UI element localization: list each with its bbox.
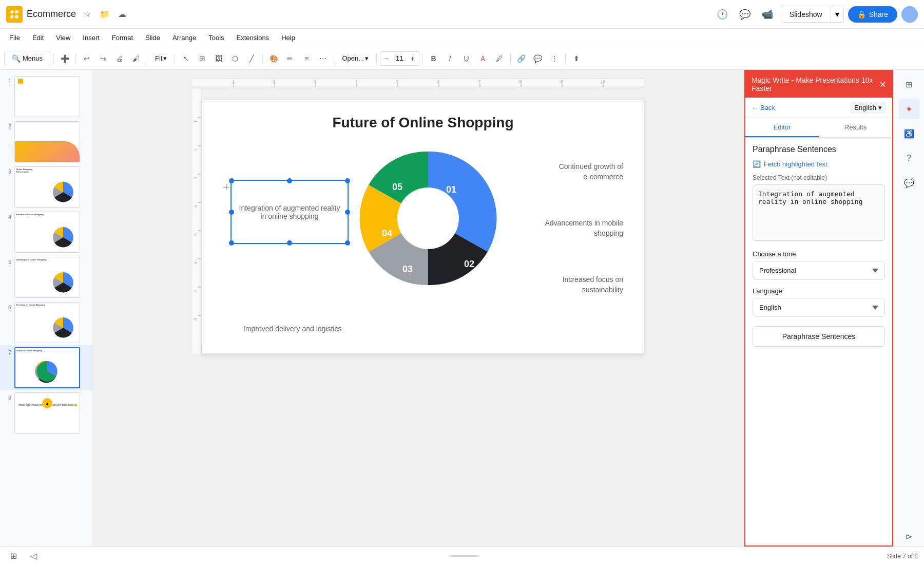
paraphrase-sentences-btn[interactable]: Paraphrase Sentences <box>753 326 885 347</box>
more-btn[interactable]: ⋮ <box>547 51 562 66</box>
slideshow-chevron[interactable]: ▾ <box>831 6 843 22</box>
slide-thumb-4[interactable]: 4 Benefits of Online Shopping <box>0 210 92 255</box>
comments-icon[interactable]: 💬 <box>736 5 754 24</box>
menu-file[interactable]: File <box>4 32 25 44</box>
slide-thumb-8[interactable]: 8 Thank you. Please feel free to ask any… <box>0 390 92 436</box>
slide-thumb-5[interactable]: 5 Challenges of Online Shopping <box>0 255 92 300</box>
cloud-icon[interactable]: ☁ <box>115 7 129 22</box>
slide-canvas: Future of Online Shopping <box>202 100 644 354</box>
handle-top-right[interactable] <box>345 178 350 183</box>
lock-icon: 🔒 <box>857 10 866 18</box>
selected-text-area[interactable] <box>753 184 885 241</box>
undo-btn[interactable]: ↩ <box>79 51 94 66</box>
align-up-btn[interactable]: ⬆ <box>569 51 584 66</box>
svg-text:7: 7 <box>194 290 198 292</box>
font-color-btn[interactable]: A <box>475 51 491 66</box>
font-size-value[interactable]: 11 <box>393 54 406 62</box>
tab-editor[interactable]: Editor <box>745 118 819 137</box>
sidebar-icon-expand[interactable]: ⊞ <box>899 74 919 95</box>
line-btn[interactable]: ╱ <box>244 51 259 66</box>
folder-icon[interactable]: 📁 <box>98 7 112 22</box>
slide-thumb-3[interactable]: 3 Online ShoppingPresentations <box>0 164 92 210</box>
handle-bottom[interactable] <box>287 240 292 246</box>
fill-color-btn[interactable]: 🎨 <box>266 51 281 66</box>
comment-btn[interactable]: 💬 <box>530 51 546 66</box>
menu-format[interactable]: Format <box>107 32 138 44</box>
line-weight-btn[interactable]: ≡ <box>299 51 314 66</box>
font-size-decrease-btn[interactable]: − <box>380 52 393 65</box>
print-btn[interactable]: 🖨 <box>112 51 127 66</box>
magic-write-title: Magic Write - Make Presentations 10x Fas… <box>752 76 879 92</box>
sidebar-icon-chat[interactable]: 💬 <box>899 173 919 193</box>
handle-left[interactable] <box>229 210 234 215</box>
sidebar-icon-magic[interactable]: ✦ <box>899 99 919 119</box>
menu-slide[interactable]: Slide <box>140 32 165 44</box>
slide-thumb-7[interactable]: 7 Future of Online Shopping <box>0 345 92 390</box>
redo-btn[interactable]: ↪ <box>95 51 111 66</box>
shape-btn[interactable]: ⬡ <box>227 51 243 66</box>
menu-help[interactable]: Help <box>276 32 300 44</box>
svg-text:10: 10 <box>601 79 605 84</box>
slide-num-5: 5 <box>4 257 11 265</box>
grid-view-btn[interactable]: ⊞ <box>6 549 21 563</box>
search-btn[interactable]: 🔍 Menus <box>4 51 50 66</box>
select-tool[interactable]: ⊞ <box>195 51 210 66</box>
star-icon[interactable]: ☆ <box>80 7 94 22</box>
text-box-selected[interactable]: Integration of augmented reality in onli… <box>230 180 349 244</box>
share-button[interactable]: 🔒 Share <box>848 6 897 23</box>
border-color-btn[interactable]: ✏ <box>282 51 298 66</box>
menu-extensions[interactable]: Extensions <box>232 32 275 44</box>
history-icon[interactable]: 🕐 <box>713 5 732 24</box>
sidebar-icon-expand-right[interactable]: ⊳ <box>899 526 919 547</box>
svg-text:6: 6 <box>437 79 440 84</box>
slide-thumb-6[interactable]: 6 Fun facts on Online Shopping <box>0 300 92 345</box>
handle-right[interactable] <box>345 210 350 215</box>
tab-results[interactable]: Results <box>819 118 892 137</box>
user-avatar[interactable] <box>901 6 918 23</box>
line-dash-btn[interactable]: ⋯ <box>315 51 331 66</box>
new-slide-btn[interactable]: ➕ <box>57 51 72 66</box>
slide-thumb-1[interactable]: 1 <box>0 74 92 119</box>
svg-text:3: 3 <box>314 79 317 84</box>
slide-thumb-2[interactable]: 2 <box>0 119 92 164</box>
slideshow-main-btn[interactable]: Slideshow <box>781 7 831 22</box>
menu-insert[interactable]: Insert <box>78 32 105 44</box>
tone-select[interactable]: Professional Casual Friendly Formal Crea… <box>753 261 885 280</box>
paint-format-btn[interactable]: 🖌 <box>128 51 144 66</box>
magic-write-close-btn[interactable]: ✕ <box>879 80 886 89</box>
menu-view[interactable]: View <box>51 32 75 44</box>
font-size-increase-btn[interactable]: + <box>407 52 419 65</box>
fetch-highlighted-btn[interactable]: 🔄 Fetch highlighted text <box>753 160 885 168</box>
menu-tools[interactable]: Tools <box>203 32 229 44</box>
video-icon[interactable]: 📹 <box>758 5 777 24</box>
slide-preview-4: Benefits of Online Shopping <box>14 212 80 253</box>
language-nav-select[interactable]: English ▾ <box>850 102 886 114</box>
collapse-panel-btn[interactable]: ◁ <box>27 549 41 563</box>
pie-chart: 01 02 03 04 <box>351 141 505 295</box>
bold-btn[interactable]: B <box>426 51 441 66</box>
menu-arrange[interactable]: Arrange <box>167 32 201 44</box>
sidebar-icon-accessibility[interactable]: ♿ <box>899 123 919 144</box>
image-insert-btn[interactable]: 🖼 <box>211 51 226 66</box>
handle-top-left[interactable] <box>229 178 234 183</box>
search-icon: 🔍 <box>12 54 21 63</box>
zoom-dropdown[interactable]: Fit ▾ <box>150 52 171 65</box>
label-right-bot: Increased focus on sustainability <box>563 275 623 295</box>
underline-btn[interactable]: U <box>459 51 474 66</box>
handle-bottom-right[interactable] <box>345 240 350 246</box>
handle-bottom-left[interactable] <box>229 240 234 246</box>
link-btn[interactable]: 🔗 <box>514 51 529 66</box>
back-btn[interactable]: ← Back <box>752 104 775 111</box>
svg-text:3: 3 <box>194 177 198 179</box>
slide-preview-7: Future of Online Shopping <box>14 347 80 388</box>
italic-btn[interactable]: I <box>442 51 458 66</box>
sidebar-icon-help[interactable]: ? <box>899 148 919 168</box>
font-dropdown[interactable]: Open... ▾ <box>337 52 373 65</box>
canvas-with-side-ruler: 1 2 3 4 5 6 <box>192 89 644 354</box>
handle-top[interactable] <box>287 178 292 183</box>
language-select[interactable]: English Spanish French German Portuguese <box>753 298 885 317</box>
slide-canvas-area[interactable]: 1 2 3 4 5 6 7 <box>92 70 744 547</box>
cursor-tool[interactable]: ↖ <box>178 51 194 66</box>
menu-edit[interactable]: Edit <box>27 32 49 44</box>
highlight-btn[interactable]: 🖊 <box>492 51 507 66</box>
